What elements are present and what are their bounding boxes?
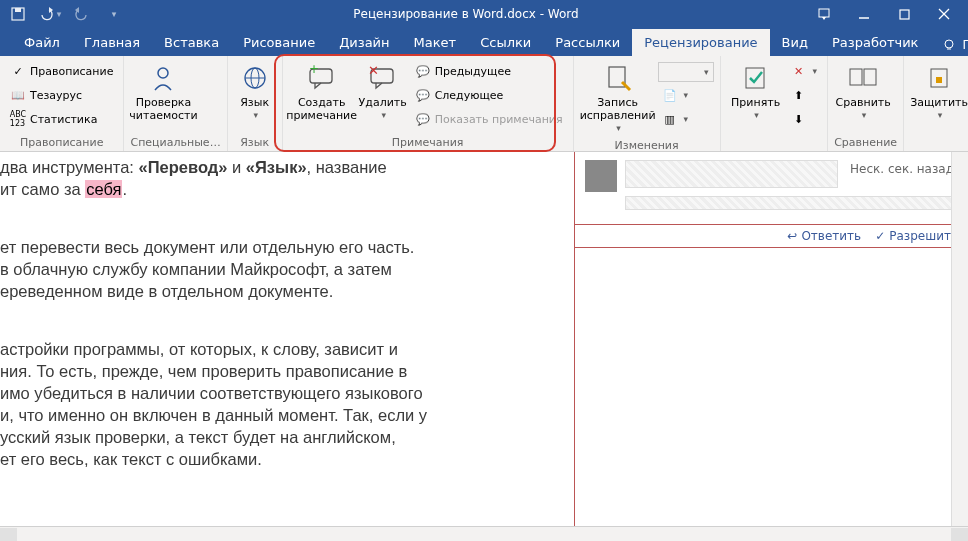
prev-icon: ⬆ [791, 87, 807, 103]
group-accessibility: Проверка читаемости Специальные… [124, 56, 227, 151]
check-accessibility-button[interactable]: Проверка читаемости [130, 60, 196, 124]
svg-rect-1 [15, 8, 21, 12]
group-tracking: Запись исправлений▾ ▾ 📄▾ ▥▾ Изменения [574, 56, 721, 151]
maximize-button[interactable] [884, 0, 924, 28]
tab-references[interactable]: Ссылки [468, 29, 543, 56]
book-icon: 📖 [10, 87, 26, 103]
display-dropdown[interactable]: ▾ [658, 62, 714, 82]
redo-button[interactable] [68, 2, 96, 26]
group-language: Язык▾ Язык [228, 56, 283, 151]
selected-text[interactable]: себя [85, 180, 122, 198]
svg-point-7 [945, 40, 953, 48]
svg-rect-4 [900, 10, 909, 19]
comment-show-icon: 💬 [415, 111, 431, 127]
tell-me[interactable]: Помощі [930, 34, 968, 56]
tab-view[interactable]: Вид [770, 29, 820, 56]
resolve-icon: ✓ [875, 229, 885, 243]
next-icon: ⬇ [791, 111, 807, 127]
vertical-scrollbar[interactable] [951, 152, 968, 526]
close-button[interactable] [924, 0, 964, 28]
group-compare: Сравнить▾ Сравнение [828, 56, 904, 151]
minimize-button[interactable] [844, 0, 884, 28]
quick-access-toolbar: ▾ ▾ [4, 2, 128, 26]
horizontal-scrollbar[interactable] [0, 526, 968, 541]
tab-design[interactable]: Дизайн [327, 29, 401, 56]
ribbon-options-button[interactable] [804, 0, 844, 28]
comment-pane: Неск. сек. назад ↩Ответить ✓Разрешить [575, 152, 968, 526]
reviewing-pane-button[interactable]: ▥▾ [658, 108, 714, 130]
document-body[interactable]: два инструмента: «Перевод» и «Язык», наз… [0, 152, 575, 526]
word-count-button[interactable]: ABC123Статистика [6, 108, 117, 130]
undo-button[interactable]: ▾ [36, 2, 64, 26]
window-title: Рецензирование в Word.docx - Word [128, 7, 804, 21]
scroll-left-button[interactable] [0, 528, 17, 542]
svg-point-9 [158, 68, 168, 78]
new-comment-button[interactable]: +Создать примечание [289, 60, 355, 124]
group-protect: Защитить▾ [904, 56, 968, 151]
check-icon: ✓ [10, 63, 26, 79]
tab-insert[interactable]: Вставка [152, 29, 231, 56]
comment-delete-icon: ✕ [367, 62, 399, 94]
protect-button[interactable]: Защитить▾ [910, 60, 968, 124]
window-controls [804, 0, 964, 28]
document-area: два инструмента: «Перевод» и «Язык», наз… [0, 152, 968, 526]
svg-text:+: + [309, 65, 319, 76]
comment-prev-icon: 💬 [415, 63, 431, 79]
tab-layout[interactable]: Макет [402, 29, 469, 56]
ribbon: ✓Правописание 📖Тезаурус ABC123Статистика… [0, 56, 968, 152]
ribbon-tabs: Файл Главная Вставка Рисование Дизайн Ма… [0, 28, 968, 56]
comment-time: Неск. сек. назад [846, 160, 958, 178]
comment-avatar [585, 160, 617, 192]
accept-icon [740, 62, 772, 94]
tab-file[interactable]: Файл [12, 29, 72, 56]
svg-rect-2 [819, 9, 829, 17]
group-changes: Принять▾ ✕▾ ⬆ ⬇ [721, 56, 829, 151]
compare-button[interactable]: Сравнить▾ [834, 60, 892, 124]
lightbulb-icon [942, 38, 956, 52]
compare-icon [847, 62, 879, 94]
show-comments-button: 💬Показать примечания [411, 108, 567, 130]
group-comments: +Создать примечание ✕Удалить▾ 💬Предыдуще… [283, 56, 574, 151]
language-button[interactable]: Язык▾ [234, 60, 276, 124]
spelling-button[interactable]: ✓Правописание [6, 60, 117, 82]
next-change-button[interactable]: ⬇ [787, 108, 822, 130]
next-comment-button[interactable]: 💬Следующее [411, 84, 567, 106]
svg-rect-18 [746, 68, 764, 88]
accept-button[interactable]: Принять▾ [727, 60, 785, 124]
tab-draw[interactable]: Рисование [231, 29, 327, 56]
reject-icon: ✕ [791, 63, 807, 79]
tab-home[interactable]: Главная [72, 29, 152, 56]
reject-button[interactable]: ✕▾ [787, 60, 822, 82]
scroll-right-button[interactable] [951, 528, 968, 542]
comment-card[interactable]: Неск. сек. назад [575, 152, 968, 224]
thesaurus-button[interactable]: 📖Тезаурус [6, 84, 117, 106]
comment-next-icon: 💬 [415, 87, 431, 103]
group-proofing: ✓Правописание 📖Тезаурус ABC123Статистика… [0, 56, 124, 151]
track-icon [602, 62, 634, 94]
globe-icon [239, 62, 271, 94]
resolve-button[interactable]: ✓Разрешить [875, 229, 958, 243]
comment-author [625, 160, 838, 188]
previous-change-button[interactable]: ⬆ [787, 84, 822, 106]
person-icon [147, 62, 179, 94]
show-markup-button[interactable]: 📄▾ [658, 84, 714, 106]
svg-text:✕: ✕ [368, 65, 379, 78]
qat-customize[interactable]: ▾ [100, 2, 128, 26]
track-changes-button[interactable]: Запись исправлений▾ [580, 60, 656, 137]
svg-rect-22 [936, 77, 942, 83]
tab-developer[interactable]: Разработчик [820, 29, 930, 56]
reply-button[interactable]: ↩Ответить [787, 229, 861, 243]
stats-icon: ABC123 [10, 111, 26, 127]
svg-rect-20 [864, 69, 876, 85]
previous-comment-button[interactable]: 💬Предыдущее [411, 60, 567, 82]
save-button[interactable] [4, 2, 32, 26]
svg-rect-19 [850, 69, 862, 85]
reply-icon: ↩ [787, 229, 797, 243]
comment-add-icon: + [306, 62, 338, 94]
tab-mailings[interactable]: Рассылки [543, 29, 632, 56]
tab-review[interactable]: Рецензирование [632, 29, 769, 56]
lock-icon [923, 62, 955, 94]
title-bar: ▾ ▾ Рецензирование в Word.docx - Word [0, 0, 968, 28]
delete-comment-button[interactable]: ✕Удалить▾ [357, 60, 409, 124]
comment-text [625, 196, 958, 210]
